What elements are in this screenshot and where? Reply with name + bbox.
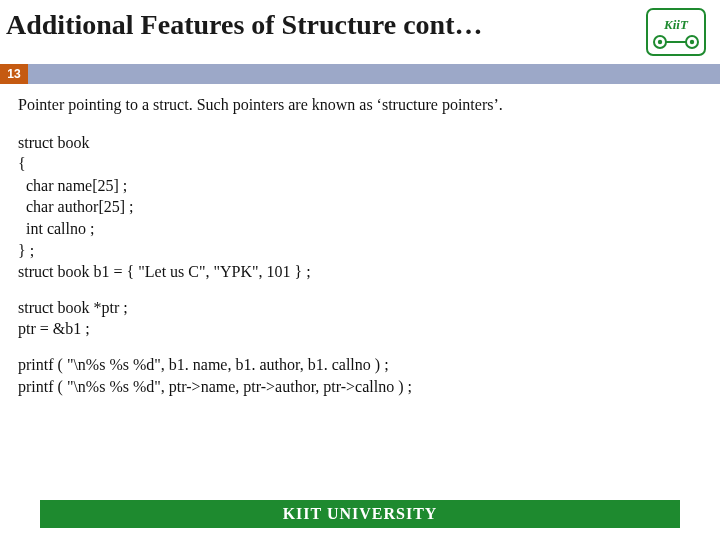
svg-rect-0 bbox=[647, 9, 705, 55]
slide-header: Additional Features of Structure cont… K… bbox=[0, 0, 720, 60]
code-block-1: struct book { char name[25] ; char autho… bbox=[18, 132, 702, 283]
slide-title: Additional Features of Structure cont… bbox=[6, 8, 483, 42]
svg-text:KiiT: KiiT bbox=[663, 17, 689, 32]
slide-content: Pointer pointing to a struct. Such point… bbox=[0, 84, 720, 397]
kiit-logo-icon: KiiT bbox=[646, 8, 706, 56]
page-number: 13 bbox=[0, 64, 28, 84]
code-block-2: struct book *ptr ; ptr = &b1 ; bbox=[18, 297, 702, 340]
code-block-3: printf ( "\n%s %s %d", b1. name, b1. aut… bbox=[18, 354, 702, 397]
page-bar: 13 bbox=[0, 64, 720, 84]
footer-bar: KIIT UNIVERSITY bbox=[40, 500, 680, 528]
svg-point-5 bbox=[690, 40, 694, 44]
footer-text: KIIT UNIVERSITY bbox=[283, 505, 438, 523]
svg-point-3 bbox=[658, 40, 662, 44]
intro-text: Pointer pointing to a struct. Such point… bbox=[18, 94, 702, 116]
page-bar-fill bbox=[28, 64, 720, 84]
